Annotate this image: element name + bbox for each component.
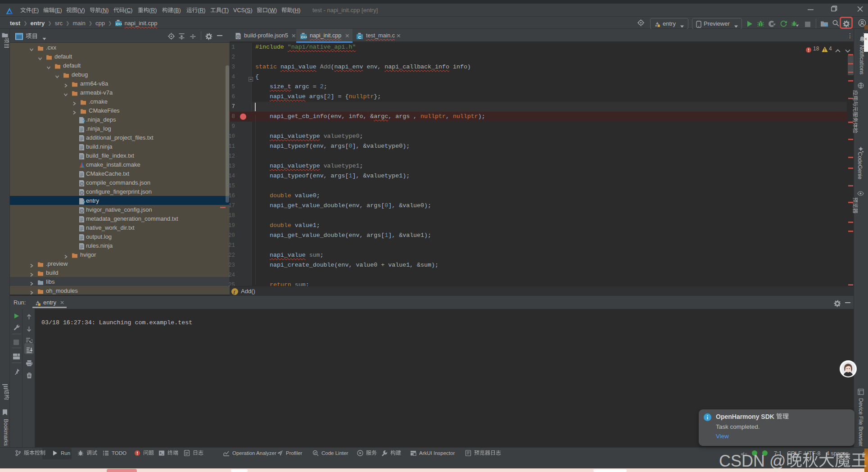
- svg-text:C: C: [358, 35, 362, 39]
- svg-text:?: ?: [82, 200, 86, 205]
- svg-text:C++: C++: [116, 22, 122, 26]
- svg-text:?: ?: [82, 118, 86, 124]
- svg-text:C++: C++: [301, 35, 307, 39]
